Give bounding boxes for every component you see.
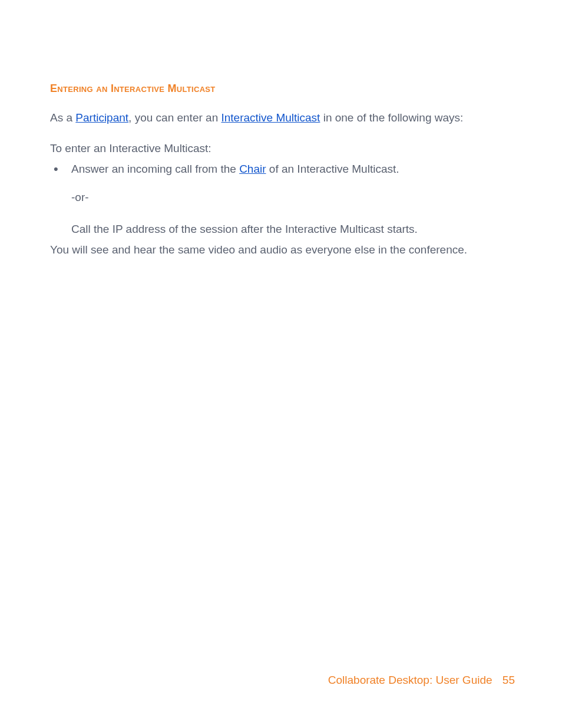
page-content: Entering an Interactive Multicast As a P… <box>50 83 515 258</box>
bullet-list: Answer an incoming call from the Chair o… <box>50 162 515 177</box>
or-separator: -or- <box>50 190 515 205</box>
footer-page-number: 55 <box>503 674 515 686</box>
to-enter-line: To enter an Interactive Multicast: <box>50 141 515 156</box>
section-heading: Entering an Interactive Multicast <box>50 83 515 95</box>
page-footer: Collaborate Desktop: User Guide 55 <box>328 674 515 687</box>
intro-text-post: in one of the following ways: <box>320 111 463 124</box>
call-ip-line: Call the IP address of the session after… <box>50 222 515 237</box>
list-item: Answer an incoming call from the Chair o… <box>50 162 515 177</box>
bullet-text-pre: Answer an incoming call from the <box>71 163 239 175</box>
closing-paragraph: You will see and hear the same video and… <box>50 242 515 258</box>
participant-link[interactable]: Participant <box>75 111 128 124</box>
intro-text-mid: , you can enter an <box>128 111 221 124</box>
intro-text-pre: As a <box>50 111 75 124</box>
footer-title: Collaborate Desktop: User Guide <box>328 674 492 686</box>
interactive-multicast-link[interactable]: Interactive Multicast <box>221 111 320 124</box>
intro-paragraph: As a Participant, you can enter an Inter… <box>50 110 515 126</box>
chair-link[interactable]: Chair <box>239 163 266 175</box>
bullet-text-post: of an Interactive Multicast. <box>266 163 399 175</box>
